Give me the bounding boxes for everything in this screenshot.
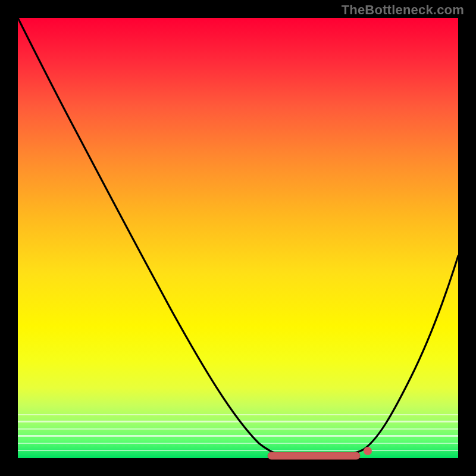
- plot-area: [18, 18, 458, 458]
- bottleneck-curve: [18, 18, 458, 458]
- chart-container: TheBottleneck.com: [0, 0, 476, 476]
- optimal-range-marker: [268, 452, 360, 459]
- optimal-range-end-dot: [364, 447, 372, 455]
- watermark-label: TheBottleneck.com: [342, 2, 464, 18]
- curve-path: [18, 18, 458, 458]
